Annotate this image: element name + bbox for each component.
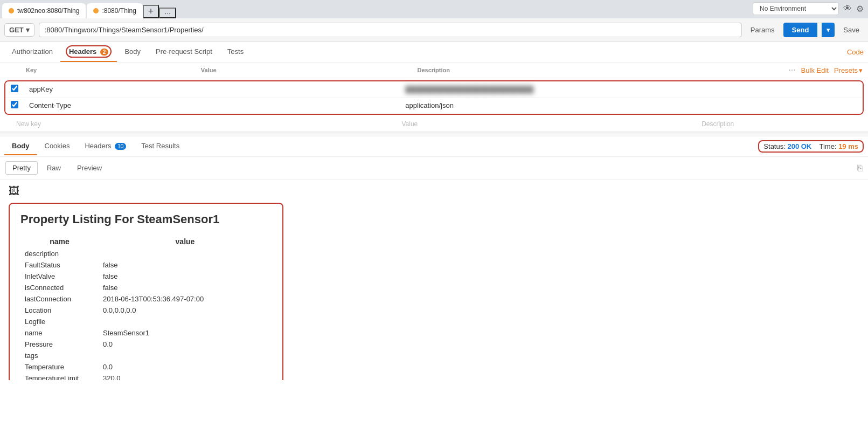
browser-tab-2[interactable]: :8080/Thing — [87, 3, 142, 18]
new-header-row: New key Value Description — [0, 117, 868, 132]
property-row: InletValve false — [20, 271, 272, 282]
status-value: 200 OK — [787, 142, 811, 150]
prop-value-3: false — [99, 282, 272, 293]
tab-body[interactable]: Body — [117, 43, 148, 61]
view-tab-preview[interactable]: Preview — [70, 161, 109, 175]
environment-bar: No Environment 👁 ⚙ — [753, 2, 864, 15]
send-dropdown-button[interactable]: ▾ — [822, 23, 835, 37]
prop-value-8: 0.0 — [99, 339, 272, 350]
view-tab-raw[interactable]: Raw — [40, 161, 68, 175]
headers-tab-highlight: Headers 2 — [66, 45, 112, 58]
headers-highlight-box: appKey ████████████████████████████ Cont… — [4, 80, 864, 115]
status-bar: Status: 200 OK Time: 19 ms — [758, 140, 864, 153]
tab-authorization[interactable]: Authorization — [4, 43, 60, 61]
more-tabs-button[interactable]: ··· — [159, 8, 176, 18]
save-button[interactable]: Save — [839, 24, 864, 36]
header-1-description[interactable] — [696, 81, 863, 98]
tab-tests[interactable]: Tests — [220, 43, 251, 61]
gear-icon[interactable]: ⚙ — [856, 4, 864, 14]
view-tabs: Pretty Raw Preview ⎘ — [0, 157, 868, 180]
method-select[interactable]: GET ▾ — [4, 23, 34, 37]
request-tabs: Authorization Headers 2 Body Pre-request… — [0, 42, 868, 63]
prop-name-6: Logfile — [20, 316, 99, 327]
params-button[interactable]: Params — [746, 24, 779, 36]
property-row: Logfile — [20, 316, 272, 327]
col-key: Key — [22, 65, 197, 75]
tab-headers[interactable]: Headers 2 — [60, 42, 117, 62]
eye-icon[interactable]: 👁 — [843, 4, 852, 13]
property-row: description — [20, 248, 272, 259]
col-value: Value — [197, 65, 413, 75]
prop-value-7: SteamSensor1 — [99, 327, 272, 339]
tab-dot-2 — [93, 8, 99, 13]
tab-dot-1 — [9, 8, 14, 13]
prop-value-6 — [99, 316, 272, 327]
prop-value-5: 0.0,0.0,0.0 — [99, 305, 272, 316]
time-label: Time: — [819, 142, 836, 150]
prop-name-4: lastConnection — [20, 293, 99, 305]
resp-tab-cookies[interactable]: Cookies — [37, 137, 78, 155]
new-tab-button[interactable]: + — [143, 5, 159, 18]
method-label: GET — [9, 26, 24, 34]
property-row: isConnected false — [20, 282, 272, 293]
header-2-description[interactable] — [696, 98, 863, 114]
response-body-content: 🖼 Property Listing For SteamSensor1 name… — [0, 180, 868, 380]
prop-value-11: 320.0 — [99, 373, 272, 380]
property-row: Location 0.0,0.0,0.0 — [20, 305, 272, 316]
prop-name-0: description — [20, 248, 99, 259]
header-2-value[interactable]: application/json — [400, 98, 696, 114]
more-options-icon[interactable]: ··· — [788, 65, 795, 75]
copy-icon[interactable]: ⎘ — [857, 163, 863, 173]
prop-name-3: isConnected — [20, 282, 99, 293]
header-1-checkbox[interactable] — [11, 85, 18, 92]
header-1-value-blurred: ████████████████████████████ — [405, 86, 533, 93]
tab-prerequest[interactable]: Pre-request Script — [148, 43, 220, 61]
headers-badge: 2 — [100, 49, 109, 56]
view-tab-pretty[interactable]: Pretty — [5, 161, 38, 175]
prop-name-7: name — [20, 327, 99, 339]
header-2-checkbox[interactable] — [11, 101, 18, 108]
resp-tab-body[interactable]: Body — [4, 137, 37, 155]
prop-value-4: 2018-06-13T00:53:36.497-07:00 — [99, 293, 272, 305]
response-tabs-bar: Body Cookies Headers 10 Test Results Sta… — [0, 136, 868, 157]
property-row: tags — [20, 350, 272, 361]
header-1-value: ████████████████████████████ — [400, 81, 696, 98]
property-row: Pressure 0.0 — [20, 339, 272, 350]
property-table: name value description FaultStatus false… — [20, 235, 272, 380]
prop-value-10: 0.0 — [99, 361, 272, 373]
header-2-key[interactable]: Content-Type — [24, 98, 400, 114]
col-description: Description — [413, 65, 783, 75]
property-row: Temperature 0.0 — [20, 361, 272, 373]
resp-tab-headers[interactable]: Headers 10 — [77, 137, 134, 155]
presets-button[interactable]: Presets ▾ — [834, 66, 863, 74]
prop-value-2: false — [99, 271, 272, 282]
bulk-edit-button[interactable]: Bulk Edit — [801, 66, 829, 74]
header-1-key[interactable]: appKey — [24, 81, 400, 98]
header-row-1: appKey ████████████████████████████ — [5, 81, 863, 98]
prop-value-9 — [99, 350, 272, 361]
time-value: 19 ms — [838, 142, 858, 150]
tab-label-1: tw802neo:8080/Thing — [17, 7, 79, 15]
status-label: Status: — [763, 142, 785, 150]
environment-select[interactable]: No Environment — [753, 2, 839, 15]
new-key-cell[interactable]: New key — [11, 117, 396, 132]
url-input[interactable] — [39, 23, 742, 37]
prop-name-10: Temperature — [20, 361, 99, 373]
resp-tab-cookies-label: Cookies — [45, 142, 70, 150]
tab-label-2: :8080/Thing — [102, 7, 136, 15]
browser-tab-1[interactable]: tw802neo:8080/Thing — [2, 3, 86, 18]
tab-headers-label: Headers — [69, 47, 96, 56]
resp-tab-test-results[interactable]: Test Results — [134, 137, 187, 155]
resp-headers-badge: 10 — [115, 143, 126, 150]
presets-arrow-icon: ▾ — [859, 66, 863, 74]
resp-tab-body-label: Body — [12, 142, 30, 150]
code-link[interactable]: Code — [847, 48, 864, 56]
property-row: FaultStatus false — [20, 259, 272, 271]
new-value-cell[interactable]: Value — [396, 117, 696, 132]
send-button[interactable]: Send — [783, 23, 818, 37]
property-row: TemperatureLimit 320.0 — [20, 373, 272, 380]
headers-table: appKey ████████████████████████████ Cont… — [5, 81, 863, 114]
new-desc-cell[interactable]: Description — [696, 117, 868, 132]
resp-tab-headers-label: Headers — [85, 142, 111, 150]
url-bar: GET ▾ Params Send ▾ Save — [0, 18, 868, 42]
